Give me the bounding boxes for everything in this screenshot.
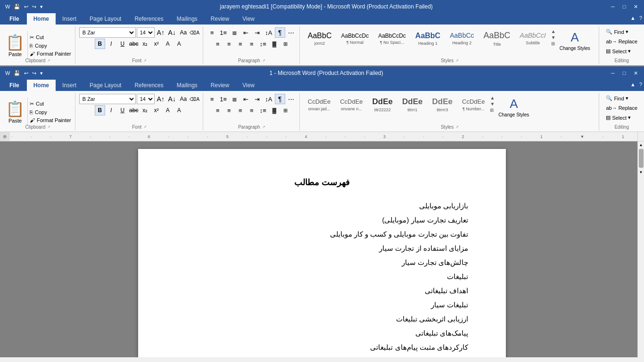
align-right-btn-2[interactable]: ≡ — [235, 105, 246, 115]
style-item-titr22222[interactable]: DdEe titr22222 — [368, 95, 397, 115]
tab-mailings-1[interactable]: Mailings — [170, 13, 204, 25]
clipboard-expand-1[interactable]: ↗ — [47, 58, 50, 63]
styles-expand-2[interactable]: ⊞ — [489, 107, 495, 113]
increase-font-btn-2[interactable]: A↑ — [156, 94, 166, 104]
para-more-btn-1[interactable]: ⋯ — [286, 27, 297, 38]
font-expand-2[interactable]: ↗ — [143, 125, 147, 129]
tab-pagelayout-2[interactable]: Page Layout — [83, 80, 128, 91]
show-hide-btn-1[interactable]: ¶ — [275, 27, 285, 38]
sort-btn-1[interactable]: ↕A — [264, 27, 274, 38]
clipboard-expand-2[interactable]: ↗ — [47, 125, 50, 129]
strikethrough-btn-1[interactable]: abc — [129, 39, 139, 49]
increase-indent-btn-2[interactable]: ⇥ — [252, 94, 263, 104]
style-item-nospace[interactable]: AaBbCcDc ¶ No Spaci... — [374, 30, 410, 47]
tab-file-2[interactable]: File — [2, 80, 27, 91]
format-painter-button-2[interactable]: 🖌 Format Painter — [28, 116, 73, 124]
superscript-btn-2[interactable]: x² — [151, 105, 162, 115]
style-item-number[interactable]: CcDdEe ¶ Number... — [458, 96, 489, 114]
ribbon-help-2[interactable]: ? — [637, 80, 644, 91]
styles-expand-icon-2[interactable]: ↗ — [455, 125, 459, 129]
replace-button-2[interactable]: ab→ Replace — [603, 104, 640, 112]
change-case-btn-1[interactable]: Aa — [178, 27, 189, 38]
multilevel-btn-2[interactable]: ≣ — [230, 94, 240, 104]
increase-font-btn-1[interactable]: A↑ — [156, 27, 166, 38]
redo-btn-2[interactable]: ↪ — [31, 69, 38, 77]
italic-btn-2[interactable]: I — [106, 105, 116, 115]
align-left-btn-1[interactable]: ≡ — [213, 39, 223, 49]
change-styles-button-1[interactable]: A Change Styles — [557, 28, 593, 53]
close-btn-2[interactable]: ✕ — [631, 68, 640, 78]
styles-scroll-up-1[interactable]: ▲ — [550, 28, 557, 34]
style-item-titrrr1[interactable]: DdEe titrrr1 — [398, 95, 427, 115]
bullets-btn-1[interactable]: ≡ — [207, 27, 217, 38]
change-styles-button-2[interactable]: A Change Styles — [495, 95, 532, 120]
shading-btn-1[interactable]: ▓ — [269, 39, 280, 49]
bold-btn-2[interactable]: B — [95, 105, 105, 115]
tab-view-2[interactable]: View — [236, 80, 261, 91]
clear-format-btn-1[interactable]: ⌫A — [190, 27, 200, 38]
style-item-subtitle[interactable]: AaBbCcI Subtitle — [516, 29, 550, 48]
para-expand-1[interactable]: ↗ — [262, 58, 265, 63]
minimize-btn-2[interactable]: ─ — [608, 68, 618, 78]
line-spacing-btn-1[interactable]: ↕≡ — [258, 39, 268, 49]
superscript-btn-1[interactable]: x² — [151, 39, 162, 49]
font-name-select-2[interactable]: B Zar — [79, 94, 136, 104]
para-expand-2[interactable]: ↗ — [262, 125, 265, 129]
scroll-up-arrow[interactable]: ▲ — [638, 141, 644, 148]
ribbon-collapse-1[interactable]: ▲ — [628, 13, 637, 25]
paste-button-1[interactable]: 📋 Paste — [3, 31, 28, 59]
styles-scroll-down-1[interactable]: ▼ — [550, 34, 557, 41]
scroll-down-arrow[interactable]: ▼ — [638, 169, 644, 175]
align-center-btn-1[interactable]: ≡ — [224, 39, 234, 49]
sort-btn-2[interactable]: ↕A — [264, 94, 274, 104]
tab-references-2[interactable]: References — [128, 80, 170, 91]
tab-pagelayout-1[interactable]: Page Layout — [83, 13, 128, 25]
copy-button-1[interactable]: ⎘ Copy — [28, 42, 73, 49]
increase-indent-btn-1[interactable]: ⇥ — [252, 27, 263, 38]
maximize-btn-2[interactable]: □ — [619, 68, 629, 78]
decrease-font-btn-1[interactable]: A↓ — [167, 27, 177, 38]
bold-btn-1[interactable]: B — [95, 39, 105, 49]
tab-review-1[interactable]: Review — [204, 13, 236, 25]
bullets-btn-2[interactable]: ≡ — [207, 94, 217, 104]
show-hide-btn-2[interactable]: ¶ — [275, 94, 285, 104]
cut-button-2[interactable]: ✂ Cut — [28, 100, 73, 108]
font-size-select-2[interactable]: 14 — [137, 94, 155, 104]
customize-btn-2[interactable]: ▾ — [39, 69, 44, 77]
align-right-btn-1[interactable]: ≡ — [235, 39, 246, 49]
replace-button-1[interactable]: ab→ Replace — [603, 37, 640, 46]
maximize-btn-1[interactable]: □ — [619, 2, 629, 11]
tab-review-2[interactable]: Review — [204, 80, 236, 91]
justify-btn-1[interactable]: ≡ — [247, 39, 257, 49]
cut-button-1[interactable]: ✂ Cut — [28, 33, 73, 41]
borders-btn-1[interactable]: ⊞ — [281, 39, 291, 49]
find-button-1[interactable]: 🔍 Find ▾ — [603, 27, 640, 36]
paste-button-2[interactable]: 📋 Paste — [3, 98, 28, 126]
customize-btn[interactable]: ▾ — [39, 3, 44, 11]
style-item-onvane-n[interactable]: CcDdEe onvane n... — [336, 96, 367, 114]
tab-view-1[interactable]: View — [236, 13, 261, 25]
justify-btn-2[interactable]: ≡ — [247, 105, 257, 115]
style-item-normal[interactable]: AaBbCcDc ¶ Normal — [337, 30, 373, 47]
redo-btn[interactable]: ↪ — [31, 3, 38, 11]
font-size-select-1[interactable]: 14 — [137, 27, 155, 38]
line-spacing-btn-2[interactable]: ↕≡ — [258, 105, 268, 115]
multilevel-btn-1[interactable]: ≣ — [230, 27, 240, 38]
minimize-btn-1[interactable]: ─ — [608, 2, 618, 11]
font-color-bg-btn-2[interactable]: A — [163, 105, 173, 115]
borders-btn-2[interactable]: ⊞ — [281, 105, 291, 115]
style-item-onvan-jad[interactable]: CcDdEe onvan jad... — [304, 96, 335, 114]
strikethrough-btn-2[interactable]: abc — [129, 105, 139, 115]
select-dropdown-1[interactable]: ▾ — [628, 48, 631, 54]
tab-references-1[interactable]: References — [128, 13, 170, 25]
align-center-btn-2[interactable]: ≡ — [224, 105, 234, 115]
ribbon-help-1[interactable]: ? — [637, 13, 644, 25]
decrease-indent-btn-1[interactable]: ⇤ — [241, 27, 251, 38]
underline-btn-1[interactable]: U — [117, 39, 128, 49]
select-dropdown-2[interactable]: ▾ — [628, 115, 631, 121]
tab-mailings-2[interactable]: Mailings — [170, 80, 204, 91]
font-color-bg-btn-1[interactable]: A — [163, 39, 173, 49]
close-btn-1[interactable]: ✕ — [631, 2, 640, 11]
subscript-btn-1[interactable]: x₂ — [140, 39, 150, 49]
save-btn[interactable]: 💾 — [12, 3, 22, 11]
